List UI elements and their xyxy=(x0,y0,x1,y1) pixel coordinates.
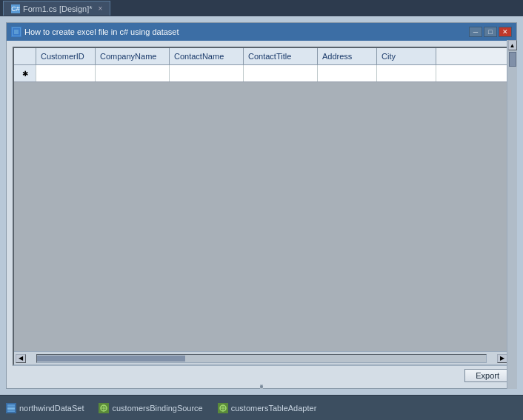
datagrid[interactable]: CustomerID CompanyName ContactName Conta… xyxy=(13,47,510,366)
form-content: CustomerID CompanyName ContactName Conta… xyxy=(7,41,516,388)
status-item-adapter: customersTableAdapter xyxy=(218,403,317,413)
svg-rect-4 xyxy=(7,407,15,410)
outer-wrapper: How to create excel file in c# using dat… xyxy=(6,22,517,389)
vscroll-bar[interactable]: ▲ xyxy=(507,40,517,389)
binding-icon xyxy=(99,403,109,413)
close-button[interactable]: ✕ xyxy=(499,27,512,37)
resize-dot xyxy=(260,385,263,388)
form-titlebar: How to create excel file in c# using dat… xyxy=(7,23,516,41)
svg-rect-3 xyxy=(7,404,15,407)
header-contacttitle[interactable]: ContactTitle xyxy=(244,48,318,64)
tab-label: Form1.cs [Design]* xyxy=(23,4,93,13)
form-titlebar-icon xyxy=(11,27,21,37)
new-row-companyname[interactable] xyxy=(96,65,170,81)
tab-bar: C# Form1.cs [Design]* × xyxy=(0,0,523,16)
form-title: How to create excel file in c# using dat… xyxy=(24,27,179,36)
restore-button[interactable]: □ xyxy=(484,27,497,37)
header-row-indicator xyxy=(14,48,36,64)
main-area: How to create excel file in c# using dat… xyxy=(0,16,523,395)
datagrid-body: ✱ xyxy=(14,65,509,351)
titlebar-left: How to create excel file in c# using dat… xyxy=(11,27,179,37)
hscroll-track[interactable] xyxy=(36,354,487,363)
hscroll-left-arrow[interactable]: ◀ xyxy=(16,354,26,363)
new-row-contacttitle[interactable] xyxy=(244,65,318,81)
status-item-dataset: northwindDataSet xyxy=(6,403,84,413)
tab-form1-design[interactable]: C# Form1.cs [Design]* × xyxy=(3,1,110,16)
new-row-city[interactable] xyxy=(377,65,436,81)
form-window: How to create excel file in c# using dat… xyxy=(6,22,517,389)
vscroll-thumb[interactable] xyxy=(509,52,516,67)
status-item-binding: customersBindingSource xyxy=(99,403,202,413)
hscroll-thumb[interactable] xyxy=(37,356,185,361)
new-row-address[interactable] xyxy=(318,65,377,81)
svg-rect-5 xyxy=(7,410,15,412)
svg-rect-1 xyxy=(14,30,19,34)
dataset-icon xyxy=(6,403,16,413)
datagrid-header: CustomerID CompanyName ContactName Conta… xyxy=(14,48,509,65)
form-footer: Export xyxy=(13,366,510,382)
export-button[interactable]: Export xyxy=(464,369,510,382)
tab-close-icon[interactable]: × xyxy=(99,4,103,13)
datagrid-hscroll[interactable]: ◀ ▶ xyxy=(14,351,509,364)
header-companyname[interactable]: CompanyName xyxy=(96,48,170,64)
resize-handle[interactable] xyxy=(260,384,263,389)
adapter-label: customersTableAdapter xyxy=(231,404,317,413)
cs-file-icon: C# xyxy=(11,4,20,13)
hscroll-right-arrow[interactable]: ▶ xyxy=(497,354,507,363)
new-row-customerid[interactable] xyxy=(36,65,96,81)
header-city[interactable]: City xyxy=(377,48,436,64)
header-address[interactable]: Address xyxy=(318,48,377,64)
vscroll-up-arrow[interactable]: ▲ xyxy=(508,40,517,50)
datagrid-new-row[interactable]: ✱ xyxy=(14,65,509,82)
header-contactname[interactable]: ContactName xyxy=(170,48,244,64)
titlebar-buttons: ─ □ ✕ xyxy=(469,27,512,37)
binding-label: customersBindingSource xyxy=(112,404,202,413)
status-bar: northwindDataSet customersBindingSource … xyxy=(0,395,523,420)
dataset-label: northwindDataSet xyxy=(19,404,84,413)
header-customerid[interactable]: CustomerID xyxy=(36,48,96,64)
minimize-button[interactable]: ─ xyxy=(469,27,482,37)
adapter-icon xyxy=(218,403,228,413)
new-row-indicator-cell: ✱ xyxy=(14,65,36,81)
new-row-contactname[interactable] xyxy=(170,65,244,81)
